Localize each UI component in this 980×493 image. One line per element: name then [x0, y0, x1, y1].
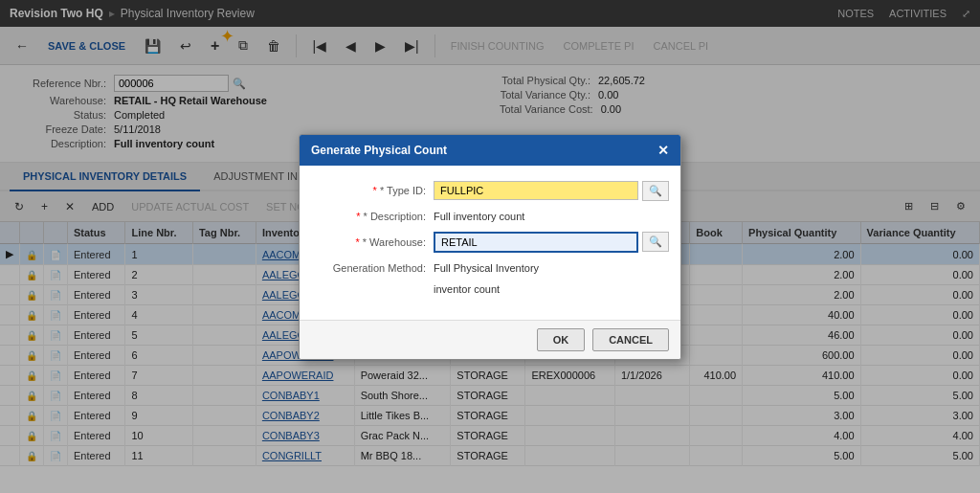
modal-close-button[interactable]: ✕ — [657, 143, 669, 158]
modal-inventor-count-row: inventor count — [311, 283, 669, 295]
modal-warehouse-field: 🔍 — [434, 232, 669, 253]
modal-type-id-search[interactable]: 🔍 — [642, 181, 669, 201]
modal-overlay: Generate Physical Count ✕ * * Type ID: 🔍… — [0, 0, 980, 493]
modal-description-label: * * Description: — [311, 211, 426, 222]
modal-description-row: * * Description: Full inventory count — [311, 211, 669, 222]
modal-title: Generate Physical Count — [311, 144, 447, 157]
modal-description-field: Full inventory count — [434, 211, 669, 222]
modal-warehouse-input[interactable] — [434, 232, 638, 253]
modal-warehouse-search[interactable]: 🔍 — [642, 232, 669, 252]
modal-type-id-input[interactable] — [434, 181, 638, 200]
modal-warehouse-row: * * Warehouse: 🔍 — [311, 232, 669, 253]
modal-type-id-row: * * Type ID: 🔍 — [311, 181, 669, 201]
modal-type-id-field: 🔍 — [434, 181, 669, 201]
modal-ok-button[interactable]: OK — [537, 328, 586, 351]
generate-physical-count-modal: Generate Physical Count ✕ * * Type ID: 🔍… — [299, 134, 681, 360]
modal-generation-method-value: Full Physical Inventory — [434, 262, 539, 274]
modal-generation-method-field: Full Physical Inventory — [434, 262, 669, 274]
modal-warehouse-label: * * Warehouse: — [311, 236, 426, 248]
modal-generation-method-label: Generation Method: — [311, 262, 426, 274]
modal-body: * * Type ID: 🔍 * * Description: Full inv… — [300, 166, 680, 320]
modal-cancel-button[interactable]: CANCEL — [592, 328, 669, 351]
modal-description-value: Full inventory count — [434, 211, 524, 222]
modal-header: Generate Physical Count ✕ — [300, 135, 680, 166]
modal-footer: OK CANCEL — [300, 320, 680, 359]
modal-type-id-label: * * Type ID: — [311, 185, 426, 196]
modal-inventor-count-field: inventor count — [434, 283, 669, 295]
modal-inventor-count-value: inventor count — [434, 283, 500, 295]
modal-generation-method-row: Generation Method: Full Physical Invento… — [311, 262, 669, 274]
